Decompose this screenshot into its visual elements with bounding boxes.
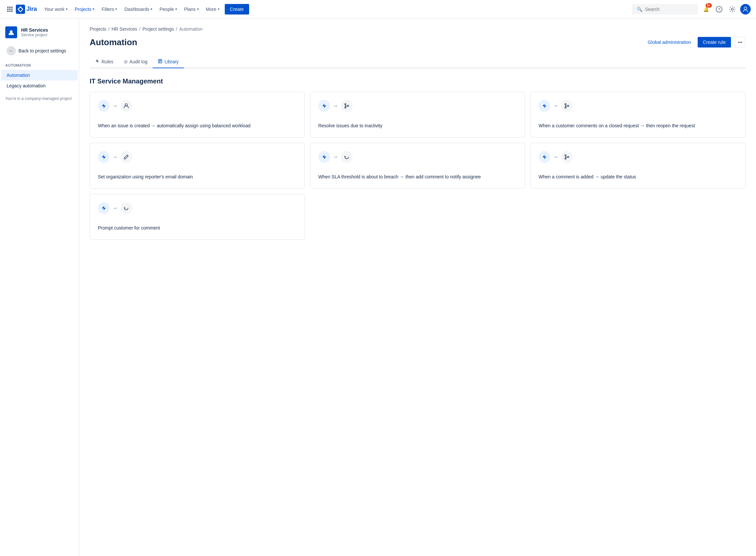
nav-more[interactable]: More ▾: [203, 5, 223, 14]
arrow-icon: →: [333, 103, 338, 109]
bolt-icon: [98, 151, 110, 163]
svg-marker-19: [102, 104, 106, 108]
jira-logo[interactable]: Jira: [16, 5, 37, 14]
search-box[interactable]: 🔍: [632, 4, 698, 14]
nav-plans[interactable]: Plans ▾: [181, 5, 202, 14]
grid-menu-icon[interactable]: [5, 5, 14, 14]
svg-point-22: [345, 104, 346, 105]
card-description: When a customer comments on a closed req…: [538, 123, 737, 129]
breadcrumb-project-settings[interactable]: Project settings: [142, 26, 174, 32]
sidebar-section-label: AUTOMATION: [0, 58, 79, 70]
cards-grid: → When an issue is created → automatical…: [90, 92, 746, 240]
search-input[interactable]: [645, 7, 691, 12]
breadcrumb-hr-services[interactable]: HR Services: [111, 26, 137, 32]
breadcrumb-current: Automation: [179, 26, 203, 32]
card-icons: →: [538, 100, 737, 112]
breadcrumb-sep-2: /: [139, 26, 140, 32]
card-icons: →: [318, 100, 517, 112]
arrow-icon: →: [553, 154, 558, 160]
page-header: Automation Global administration Create …: [90, 37, 746, 47]
tabs: Rules ◎ Audit log Library: [90, 56, 746, 68]
page-title: Automation: [90, 37, 645, 47]
nav-people[interactable]: People ▾: [156, 5, 180, 14]
page-actions: Global administration Create rule •••: [645, 37, 746, 47]
card-icons: →: [538, 151, 737, 163]
settings-button[interactable]: [727, 4, 738, 14]
arrow-icon: →: [112, 103, 118, 109]
help-button[interactable]: ?: [714, 4, 724, 14]
nav-your-work[interactable]: Your work ▾: [41, 5, 71, 14]
svg-point-34: [565, 158, 566, 159]
main-content: Projects / HR Services / Project setting…: [79, 19, 756, 556]
card-description: Prompt customer for comment: [98, 224, 297, 232]
svg-marker-21: [322, 104, 326, 108]
automation-card-6[interactable]: → When a comment is added → update the s…: [530, 143, 746, 188]
more-options-button[interactable]: •••: [735, 37, 746, 47]
card-icons: →: [98, 151, 297, 163]
svg-rect-4: [9, 8, 10, 10]
tab-audit-log[interactable]: ◎ Audit log: [119, 56, 153, 68]
refresh-icon: [341, 151, 353, 163]
svg-marker-31: [542, 155, 546, 159]
sidebar-project: HR Services Service project: [0, 24, 79, 43]
svg-marker-29: [102, 155, 106, 159]
arrow-icon: →: [112, 154, 118, 160]
automation-card-5[interactable]: → When SLA threshold is about to breach …: [310, 143, 525, 188]
svg-point-24: [345, 107, 346, 108]
svg-rect-5: [11, 8, 12, 10]
automation-card-2[interactable]: → Resolve issues due to inactivity: [310, 92, 525, 138]
breadcrumb-projects[interactable]: Projects: [90, 26, 107, 32]
svg-point-12: [744, 7, 747, 9]
top-navigation: Jira Your work ▾ Projects ▾ Filters ▾ Da…: [0, 0, 756, 19]
project-name: HR Services: [21, 27, 48, 33]
nav-items: Your work ▾ Projects ▾ Filters ▾ Dashboa…: [41, 4, 631, 14]
card-description: Resolve issues due to inactivity: [318, 123, 517, 129]
logo-text: Jira: [26, 6, 37, 12]
section-title: IT Service Management: [90, 77, 746, 85]
automation-card-1[interactable]: → When an issue is created → automatical…: [90, 92, 305, 138]
user-avatar[interactable]: [740, 4, 751, 14]
bolt-icon: [98, 100, 110, 112]
svg-rect-6: [7, 10, 8, 12]
tab-rules[interactable]: Rules: [90, 56, 119, 68]
search-icon: 🔍: [637, 7, 642, 12]
svg-text:?: ?: [718, 7, 720, 12]
automation-card-4[interactable]: → Set organization using reporter's emai…: [90, 143, 305, 188]
branch-icon: [561, 151, 573, 163]
notifications-badge: 9+: [706, 3, 712, 8]
svg-rect-2: [11, 7, 12, 8]
global-administration-button[interactable]: Global administration: [645, 38, 694, 47]
pencil-icon: [120, 151, 132, 163]
svg-point-23: [347, 105, 349, 106]
branch-icon: [341, 100, 353, 112]
chevron-down-icon: ▾: [151, 7, 152, 11]
more-icon: •••: [738, 40, 743, 45]
nav-projects[interactable]: Projects ▾: [72, 5, 98, 14]
automation-card-7[interactable]: → Prompt customer for comment: [90, 194, 305, 240]
breadcrumb-sep-1: /: [108, 26, 110, 32]
card-description: When a comment is added → update the sta…: [538, 173, 737, 180]
create-rule-button[interactable]: Create rule: [698, 37, 731, 47]
breadcrumb: Projects / HR Services / Project setting…: [90, 26, 746, 32]
arrow-icon: →: [333, 154, 338, 160]
nav-dashboards[interactable]: Dashboards ▾: [121, 5, 156, 14]
card-icons: →: [98, 202, 297, 214]
nav-filters[interactable]: Filters ▾: [98, 5, 120, 14]
project-type: Service project: [21, 33, 48, 37]
bolt-icon: [538, 100, 551, 112]
bolt-icon: [538, 151, 551, 163]
create-button[interactable]: Create: [225, 4, 249, 14]
notifications-button[interactable]: 🔔 9+: [701, 4, 711, 14]
svg-rect-9: [16, 5, 25, 14]
sidebar-footer: You're in a company-managed project: [0, 91, 79, 106]
refresh-icon: [120, 202, 132, 214]
sidebar-item-legacy-automation[interactable]: Legacy automation: [1, 80, 77, 91]
bolt-icon: [318, 151, 330, 163]
tab-library[interactable]: Library: [153, 56, 184, 68]
sidebar-item-automation[interactable]: Automation: [1, 70, 77, 80]
breadcrumb-sep-3: /: [176, 26, 177, 32]
arrow-icon: →: [112, 205, 118, 211]
svg-point-33: [567, 156, 569, 158]
automation-card-3[interactable]: → When a customer comments on a closed r…: [530, 92, 746, 138]
back-to-project-settings[interactable]: ← Back to project settings: [1, 43, 77, 58]
